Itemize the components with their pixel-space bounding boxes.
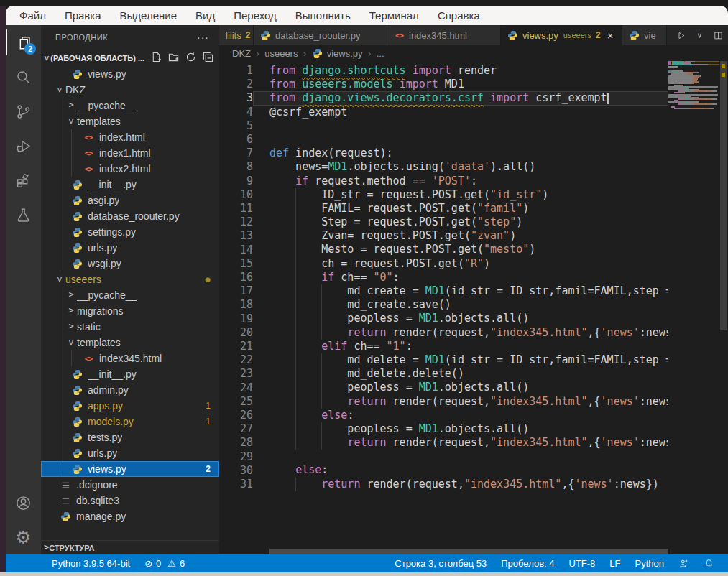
tree-file-settings.py[interactable]: settings.py bbox=[41, 224, 219, 240]
workspace-section-header[interactable]: > (РАБОЧАЯ ОБЛАСТЬ) ... bbox=[41, 50, 219, 66]
tab-vie[interactable]: vie bbox=[622, 25, 667, 45]
python-file-icon bbox=[71, 258, 83, 269]
indent-guide bbox=[295, 340, 296, 353]
split-editor-icon[interactable] bbox=[710, 27, 726, 43]
breadcrumb-item-useeers[interactable]: useeers bbox=[264, 48, 298, 59]
chevron-right-icon: > bbox=[65, 100, 77, 110]
tree-folder-static[interactable]: >static bbox=[41, 319, 219, 335]
breadcrumb-item-DKZ[interactable]: DKZ bbox=[232, 48, 251, 59]
menu-item-Терминал[interactable]: Терминал bbox=[360, 6, 428, 25]
run-dropdown-icon[interactable]: > bbox=[691, 27, 707, 43]
tree-file-.dcignore[interactable]: .dcignore bbox=[41, 477, 219, 493]
tree-file-urls.py[interactable]: urls.py bbox=[41, 445, 219, 461]
tree-file-views.py[interactable]: views.py2 bbox=[41, 461, 219, 477]
outline-section-header[interactable]: > СТРУКТУРА bbox=[41, 540, 219, 554]
search-icon[interactable] bbox=[6, 60, 41, 94]
tree-folder-templates[interactable]: >templates bbox=[41, 335, 219, 350]
breadcrumb-item-...[interactable]: ... bbox=[377, 48, 384, 59]
tree-file-manage.py[interactable]: manage.py bbox=[41, 508, 219, 524]
menu-item-Справка[interactable]: Справка bbox=[428, 6, 489, 25]
tree-file-index2.html[interactable]: <>index2.html bbox=[41, 161, 219, 177]
code-editor[interactable]: 1234567891011121314151617181920212223242… bbox=[219, 61, 668, 549]
code-line-22: md_delete = MD1(id_str = ID_str,famil=FA… bbox=[253, 353, 668, 367]
tree-file-index1.html[interactable]: <>index1.html bbox=[41, 145, 219, 161]
line-number: 2 bbox=[219, 78, 253, 91]
tree-file-admin.py[interactable]: admin.py bbox=[41, 382, 219, 398]
list-file-icon bbox=[60, 495, 71, 506]
status-eol[interactable]: LF bbox=[603, 558, 627, 569]
tree-file-urls.py[interactable]: urls.py bbox=[41, 240, 219, 256]
new-file-icon[interactable] bbox=[151, 52, 162, 64]
tab-views.py[interactable]: views.pyuseeers2× bbox=[501, 25, 622, 45]
line-number: 6 bbox=[219, 133, 253, 147]
run-debug-icon[interactable] bbox=[6, 129, 41, 163]
menu-item-Выполнить[interactable]: Выполнить bbox=[286, 6, 360, 25]
tree-folder-__pycache__[interactable]: >__pycache__ bbox=[41, 287, 219, 303]
source-control-icon[interactable] bbox=[6, 94, 41, 129]
refresh-icon[interactable] bbox=[185, 52, 196, 64]
tree-folder-migrations[interactable]: >migrations bbox=[41, 303, 219, 319]
tree-indent-guide bbox=[60, 145, 60, 161]
menu-item-Правка[interactable]: Правка bbox=[55, 6, 111, 25]
account-icon[interactable] bbox=[6, 486, 41, 520]
tree-file-index345.html[interactable]: <>index345.html bbox=[41, 350, 219, 366]
desktop-edge-left bbox=[0, 6, 6, 572]
menu-item-Выделение[interactable]: Выделение bbox=[111, 6, 186, 25]
breadcrumb-separator-icon: › bbox=[368, 48, 372, 59]
vertical-scrollbar-thumb[interactable] bbox=[720, 61, 727, 330]
tree-folder-templates[interactable]: >templates bbox=[41, 113, 219, 129]
extensions-icon[interactable] bbox=[6, 163, 41, 198]
status-encoding[interactable]: UTF-8 bbox=[563, 558, 602, 569]
code-line-23: md_delete.delete() bbox=[253, 367, 668, 381]
python-file-icon bbox=[71, 416, 83, 427]
tab-database_roouter.py[interactable]: database_roouter.py bbox=[254, 25, 387, 45]
status-python-interpreter[interactable]: Python 3.9.5 64-bit bbox=[45, 558, 137, 569]
minimap[interactable] bbox=[668, 61, 719, 549]
tree-folder-__pycache__[interactable]: >__pycache__ bbox=[41, 98, 219, 113]
tree-file-models.py[interactable]: models.py1 bbox=[41, 414, 219, 429]
collapse-all-icon[interactable] bbox=[203, 52, 213, 64]
python-file-icon bbox=[71, 242, 83, 254]
explorer-more-actions-icon[interactable]: ··· bbox=[197, 32, 209, 43]
new-folder-icon[interactable] bbox=[168, 52, 179, 64]
tree-file-__init__.py[interactable]: __init__.py bbox=[41, 177, 219, 192]
settings-gear-icon[interactable]: ⚙ bbox=[6, 520, 41, 554]
status-cursor-position[interactable]: Строка 3, столбец 53 bbox=[388, 558, 493, 569]
tree-file-apps.py[interactable]: apps.py1 bbox=[41, 398, 219, 414]
tab-liiits[interactable]: liiits2● bbox=[219, 25, 254, 45]
vertical-scrollbar[interactable] bbox=[719, 61, 728, 549]
tree-file-wsgi.py[interactable]: wsgi.py bbox=[41, 256, 219, 271]
tree-file-db.sqlite3[interactable]: db.sqlite3 bbox=[41, 493, 219, 508]
explorer-icon[interactable]: 2 bbox=[6, 25, 41, 60]
status-feedback[interactable] bbox=[672, 558, 696, 569]
indent-guide bbox=[295, 367, 296, 381]
status-indentation[interactable]: Пробелов: 4 bbox=[494, 558, 561, 569]
status-notifications[interactable] bbox=[697, 558, 721, 569]
run-icon[interactable] bbox=[673, 27, 688, 43]
tree-folder-useeers[interactable]: >useeers● bbox=[41, 271, 219, 287]
menu-item-Файл[interactable]: Файл bbox=[10, 6, 55, 25]
tree-indent-guide bbox=[60, 319, 60, 335]
close-icon[interactable]: × bbox=[607, 29, 614, 42]
editor-group: liiits2●database_roouter.py<>index345.ht… bbox=[219, 25, 728, 554]
breadcrumb-item-views.py[interactable]: views.py bbox=[312, 47, 363, 59]
status-language-mode[interactable]: Python bbox=[629, 558, 671, 569]
tree-folder-DKZ[interactable]: >DKZ bbox=[41, 82, 219, 98]
menu-item-Вид[interactable]: Вид bbox=[186, 6, 224, 25]
menu-item-Переход[interactable]: Переход bbox=[224, 6, 286, 25]
tree-item-label: useeers bbox=[65, 274, 101, 285]
tree-item-label: .dcignore bbox=[76, 479, 118, 491]
tree-file-asgi.py[interactable]: asgi.py bbox=[41, 192, 219, 208]
tab-index345.html[interactable]: <>index345.html bbox=[387, 25, 501, 45]
testing-icon[interactable] bbox=[6, 198, 41, 232]
tree-file-tests.py[interactable]: tests.py bbox=[41, 429, 219, 445]
tree-item-label: templates bbox=[77, 116, 121, 127]
indent-guide bbox=[295, 409, 296, 422]
tree-file-database_roouter.py[interactable]: database_roouter.py bbox=[41, 208, 219, 224]
tree-file-index.html[interactable]: <>index.html bbox=[41, 129, 219, 145]
horizontal-scrollbar-thumb[interactable] bbox=[269, 549, 668, 554]
tree-file-views.py[interactable]: views.py bbox=[41, 66, 219, 82]
tree-file-__init__.py[interactable]: __init__.py bbox=[41, 366, 219, 382]
tree-indent-guide bbox=[71, 129, 72, 145]
status-problems[interactable]: ⊘0⚠6 bbox=[138, 558, 191, 569]
